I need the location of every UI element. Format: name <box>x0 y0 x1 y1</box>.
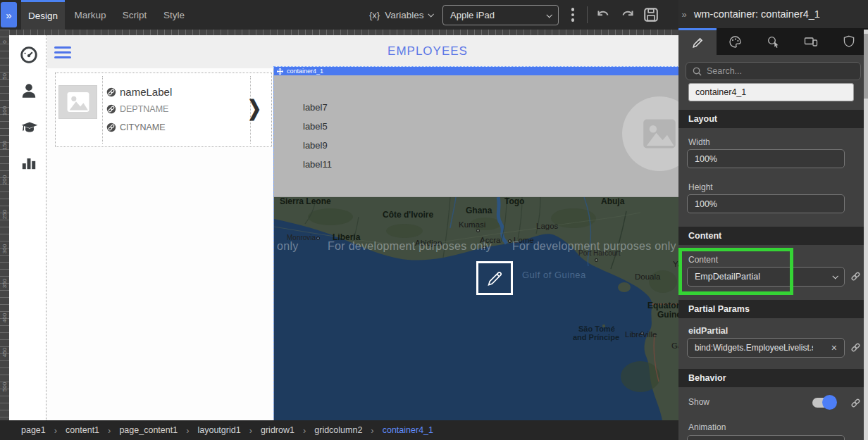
card-divider <box>102 76 103 144</box>
google-map-widget[interactable]: Sierra LeoneCôte d'IvoireGhanaTogoAbujaL… <box>274 197 678 420</box>
selected-container[interactable]: container4_1 label7label5label9label11 <box>274 67 678 420</box>
tab-security-shield-icon[interactable] <box>830 28 868 55</box>
name-label-widget[interactable]: nameLabel <box>106 86 172 98</box>
map-label: only <box>277 241 299 252</box>
name-label: nameLabel <box>120 86 172 98</box>
panel-scrollbar[interactable] <box>864 30 868 440</box>
map-label: Lagos <box>536 222 558 231</box>
app-title[interactable]: EMPLOYEES <box>343 44 512 58</box>
variables-dropdown[interactable]: {x} Variables <box>369 0 433 30</box>
animation-label: Animation <box>688 422 726 432</box>
breadcrumb-separator: › <box>303 425 306 436</box>
selection-tag[interactable]: container4_1 <box>274 67 678 75</box>
chevron-right-icon[interactable]: ❯ <box>247 96 261 121</box>
save-button[interactable] <box>643 7 660 23</box>
breadcrumb-item-content1[interactable]: content1 <box>66 425 99 435</box>
content-select[interactable]: EmpDetailPartial <box>687 267 845 287</box>
tab-style[interactable]: Style <box>158 0 190 30</box>
city-label-widget[interactable]: CITYNAME <box>106 122 166 132</box>
panel-tabs <box>678 28 868 55</box>
detail-label-widget[interactable]: label9 <box>303 140 328 151</box>
detail-label-widget[interactable]: label7 <box>303 102 328 113</box>
ruler-mark: 500 <box>1 380 8 394</box>
map-label: Ga <box>671 342 678 351</box>
dept-label-widget[interactable]: DEPTNAME <box>106 104 168 114</box>
width-label: Width <box>688 137 710 147</box>
breadcrumb-item-page_content1[interactable]: page_content1 <box>119 425 178 435</box>
map-label: Abuja <box>601 197 624 206</box>
person-icon[interactable] <box>20 82 37 99</box>
employee-list-panel: nameLabel DEPTNAME CITYNAME ❯ <box>47 68 274 420</box>
ruler-mark: 400 <box>1 311 8 325</box>
selection-tag-label: container4_1 <box>287 68 323 75</box>
show-toggle[interactable] <box>812 398 835 408</box>
variables-icon: {x} <box>369 10 380 20</box>
dashboard-gauge-icon[interactable] <box>20 46 37 63</box>
clear-icon[interactable]: × <box>827 342 837 353</box>
property-search[interactable] <box>686 62 861 80</box>
tab-devices-icon[interactable] <box>792 28 830 55</box>
map-label: Equatoria <box>647 301 678 310</box>
tab-markup[interactable]: Markup <box>70 0 110 30</box>
tab-events-selector-icon[interactable] <box>755 28 793 55</box>
employee-list-item[interactable]: nameLabel DEPTNAME CITYNAME ❯ <box>55 73 272 147</box>
height-input[interactable] <box>687 194 845 213</box>
map-label: Gulf of Guinea <box>522 270 586 279</box>
bar-chart-icon[interactable] <box>20 153 37 170</box>
detail-container[interactable]: label7label5label9label11 <box>274 75 678 197</box>
map-label: Yao <box>673 260 678 269</box>
pencil-icon <box>485 269 504 287</box>
animation-select[interactable] <box>687 435 845 440</box>
ruler-mark: 300 <box>1 242 8 256</box>
breadcrumb-separator: › <box>249 425 252 436</box>
move-icon <box>277 68 283 75</box>
map-label: Kumasi <box>459 221 485 230</box>
chevron-down-icon <box>428 11 434 17</box>
map-marker-icon <box>476 229 480 232</box>
chevron-down-icon <box>832 273 838 279</box>
tab-styles-palette-icon[interactable] <box>717 28 755 55</box>
chevron-down-icon <box>546 12 552 18</box>
breadcrumb-item-gridrow1[interactable]: gridrow1 <box>261 425 294 435</box>
graduation-cap-icon[interactable] <box>20 118 37 135</box>
redo-button[interactable] <box>620 7 637 23</box>
width-input[interactable] <box>687 149 845 168</box>
section-content: Content <box>678 227 868 245</box>
tab-design[interactable]: Design <box>21 0 65 30</box>
bind-link-icon[interactable] <box>850 270 862 283</box>
panel-collapse-icon[interactable]: » <box>678 9 690 20</box>
map-label: Togo <box>504 197 524 206</box>
breadcrumb-item-gridcolumn2[interactable]: gridcolumn2 <box>314 425 362 435</box>
ruler-mark: 250 <box>1 208 8 222</box>
breadcrumb-item-page1[interactable]: page1 <box>21 425 46 435</box>
more-options-button[interactable] <box>568 6 578 23</box>
widget-name-input[interactable] <box>688 83 854 101</box>
hamburger-menu-icon[interactable] <box>54 46 71 61</box>
breadcrumb: page1›content1›page_content1›layoutgrid1… <box>0 425 433 436</box>
bind-icon <box>106 87 116 97</box>
bind-link-icon[interactable] <box>850 341 862 354</box>
breadcrumb-item-container4_1[interactable]: container4_1 <box>383 425 433 435</box>
profile-image-placeholder[interactable] <box>622 96 678 171</box>
map-label: Guinea <box>657 310 678 319</box>
breadcrumb-separator: › <box>186 425 189 436</box>
top-toolbar: » Design Markup Script Style {x} Variabl… <box>0 0 678 30</box>
ruler-mark: 450 <box>1 346 8 360</box>
tab-properties-pencil-icon[interactable] <box>678 28 717 55</box>
map-marker-icon <box>316 237 320 240</box>
bind-link-icon[interactable] <box>850 397 862 410</box>
device-select[interactable]: Apple iPad <box>442 5 559 25</box>
undo-button[interactable] <box>595 7 612 23</box>
sidebar-expand-button[interactable]: » <box>1 2 17 27</box>
app-header: EMPLOYEES <box>47 35 678 68</box>
tab-script[interactable]: Script <box>117 0 152 30</box>
detail-label-widget[interactable]: label11 <box>303 159 332 170</box>
edit-map-button[interactable] <box>476 261 513 295</box>
search-input[interactable] <box>707 66 848 76</box>
ruler-mark: 0 <box>1 35 8 49</box>
eidpartial-input[interactable]: bind:Widgets.EmployeeLivelist.selected × <box>687 338 845 358</box>
breadcrumb-item-layoutgrid1[interactable]: layoutgrid1 <box>197 425 240 435</box>
detail-label-widget[interactable]: label5 <box>303 121 328 132</box>
image-placeholder-icon[interactable] <box>58 85 97 119</box>
map-label: Côte d'Ivoire <box>383 210 433 219</box>
